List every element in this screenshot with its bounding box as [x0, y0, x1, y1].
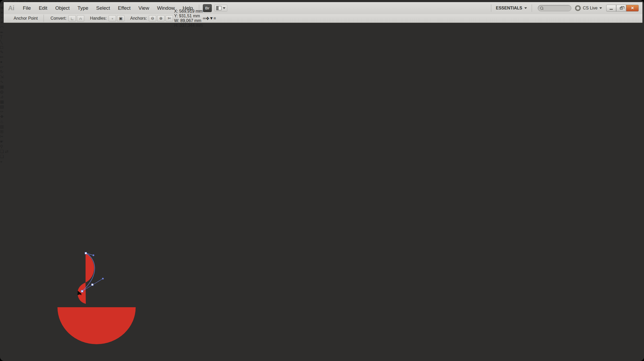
minimize-button[interactable] — [606, 5, 616, 12]
cs-live-label: CS Live — [583, 6, 598, 10]
artboard-tool[interactable]: ⊞ — [0, 129, 644, 134]
perspective-grid-tool[interactable]: ⊿ — [0, 94, 644, 99]
field-value[interactable]: 337,344 mm — [180, 23, 203, 28]
eyedropper-tool[interactable]: ✑ — [0, 109, 644, 114]
menu-file[interactable]: File — [19, 2, 35, 14]
flame-upper-shape[interactable] — [86, 253, 94, 283]
width-tool[interactable]: ∿ — [0, 79, 644, 84]
symbol-sprayer-tool[interactable]: ♨ — [0, 119, 644, 124]
rectangle-tool[interactable]: ◻ — [0, 45, 644, 50]
canvas[interactable]: ◀◀ ✕ GRADIENT ▼≡ Type: — [0, 164, 644, 361]
show-handles-button[interactable]: ▣ — [117, 15, 124, 22]
menu-object[interactable]: Object — [51, 2, 73, 14]
connect-anchors-button[interactable]: ⊕ — [157, 15, 165, 22]
field-label[interactable]: H: — [174, 23, 178, 28]
window-controls: ✕ — [606, 5, 639, 12]
pen-tool[interactable]: ✒ — [0, 30, 644, 35]
type-tool[interactable]: T — [0, 35, 644, 40]
line-segment-tool[interactable]: ╲ — [0, 40, 644, 45]
workspace-label: ESSENTIALS — [496, 6, 522, 10]
gradient-tool[interactable]: ▧ — [0, 104, 644, 109]
field-value[interactable]: 931,51 mm — [179, 14, 200, 18]
lasso-tool[interactable]: ◠ — [0, 25, 644, 30]
control-bar-overflow-menu[interactable]: ▼≡ — [209, 16, 216, 21]
menu-view[interactable]: View — [135, 2, 153, 14]
chevron-down-icon — [223, 7, 225, 10]
handles-label: Handles: — [90, 16, 107, 21]
handle-end-dot[interactable] — [102, 278, 104, 279]
anchor-point-mid[interactable] — [92, 284, 93, 286]
anchor-point-selected[interactable] — [81, 290, 83, 292]
blend-tool[interactable]: ❖ — [0, 114, 644, 119]
menu-bar: Ai File Edit Object Type Select Effect V… — [4, 2, 642, 14]
arrange-documents-button[interactable] — [214, 5, 227, 12]
drawing-modes-button[interactable]: ❏ — [0, 154, 644, 159]
x-field: X: 569,919 mm — [174, 9, 203, 14]
mesh-tool[interactable]: ▩ — [0, 99, 644, 104]
chevron-down-icon — [524, 7, 527, 10]
restore-button[interactable] — [616, 5, 626, 12]
convert-to-corner-button[interactable]: ∟ — [68, 15, 76, 22]
remove-anchor-button[interactable]: ⊖ — [149, 15, 156, 22]
field-value[interactable]: 569,919 mm — [179, 9, 203, 13]
control-bar: Anchor Point Convert: ∟∩ Handles: ▫▣ Anc… — [4, 14, 642, 23]
handle-end-dot[interactable] — [93, 254, 94, 256]
cs-live-button[interactable]: CS Live — [583, 6, 602, 10]
context-label: Anchor Point — [4, 16, 41, 21]
column-graph-tool[interactable]: ▥ — [0, 124, 644, 129]
cs-live-icon — [575, 5, 581, 11]
divider — [491, 4, 491, 12]
anchor-point-top[interactable] — [85, 252, 87, 254]
workspace-switcher[interactable]: ESSENTIALS — [493, 6, 530, 10]
default-swatches-icon[interactable]: ❏ — [0, 149, 4, 154]
rotate-tool[interactable]: ↻ — [0, 69, 644, 74]
convert-to-smooth-button[interactable]: ∩ — [77, 15, 84, 22]
fill-stroke-controls: ❏ ⇄ ❏ ◒ — [0, 149, 644, 164]
bridge-button[interactable]: Br — [203, 4, 212, 12]
search-icon — [540, 7, 543, 10]
divider — [44, 15, 44, 22]
convert-buttons: ∟∩ — [68, 15, 85, 22]
h-field: H: 337,344 mm — [174, 23, 203, 28]
menu-effect[interactable]: Effect — [114, 2, 134, 14]
menu-edit[interactable]: Edit — [35, 2, 51, 14]
paintbrush-tool[interactable]: ✎ — [0, 50, 644, 55]
field-label[interactable]: W: — [174, 18, 179, 23]
transform-panel-icon[interactable]: ✥ — [206, 16, 209, 21]
constrain-proportions-icon[interactable]: ∞ — [203, 16, 206, 21]
zoom-tool[interactable]: ⚲ — [0, 144, 644, 149]
swap-swatches-icon[interactable]: ⇄ — [5, 149, 8, 154]
w-field: W: 89,067 mm — [174, 18, 203, 23]
eraser-tool[interactable]: ▱ — [0, 64, 644, 69]
pencil-tool[interactable]: ✏ — [0, 55, 644, 60]
shape-builder-tool[interactable]: ◍ — [0, 89, 644, 94]
hide-handles-button[interactable]: ▫ — [109, 15, 116, 22]
transform-fields: X: 569,919 mm Y: 931,51 mm W: 89,067 mm — [174, 9, 203, 28]
field-label[interactable]: X: — [174, 9, 178, 13]
field-value[interactable]: 89,067 mm — [180, 18, 201, 23]
close-button[interactable]: ✕ — [626, 5, 639, 12]
divider — [532, 4, 532, 12]
tool-list: ➤ ➢ ✶ ◠ ✒ T ╲ ◻ ✎ ✏ — [0, 10, 644, 149]
anchors-buttons: ⊖⊕✄ — [149, 15, 174, 22]
chevron-down-icon — [599, 7, 602, 10]
scale-tool[interactable]: ⇲ — [0, 74, 644, 79]
cut-path-button[interactable]: ✄ — [166, 15, 173, 22]
search-input[interactable] — [538, 5, 571, 11]
convert-label: Convert: — [51, 16, 66, 21]
arrange-documents-icon — [216, 6, 221, 10]
screen-mode-button[interactable]: ◒ — [0, 159, 644, 164]
menu-type[interactable]: Type — [73, 2, 92, 14]
artboard[interactable] — [0, 164, 644, 361]
hand-tool[interactable]: ☛ — [0, 139, 644, 144]
bowl-shape[interactable] — [57, 307, 136, 344]
blob-brush-tool[interactable]: ● — [0, 60, 644, 64]
illustrator-window: Ai File Edit Object Type Select Effect V… — [0, 0, 644, 361]
anchors-label: Anchors: — [130, 16, 147, 21]
menu-select[interactable]: Select — [92, 2, 114, 14]
tools-panel: ➤ ➢ ✶ ◠ ✒ T ╲ ◻ ✎ ✏ — [0, 10, 644, 164]
field-label[interactable]: Y: — [174, 14, 178, 18]
main-menus: File Edit Object Type Select Effect View… — [19, 2, 197, 14]
free-transform-tool[interactable]: ▦ — [0, 84, 644, 89]
slice-tool[interactable]: ✂ — [0, 134, 644, 139]
